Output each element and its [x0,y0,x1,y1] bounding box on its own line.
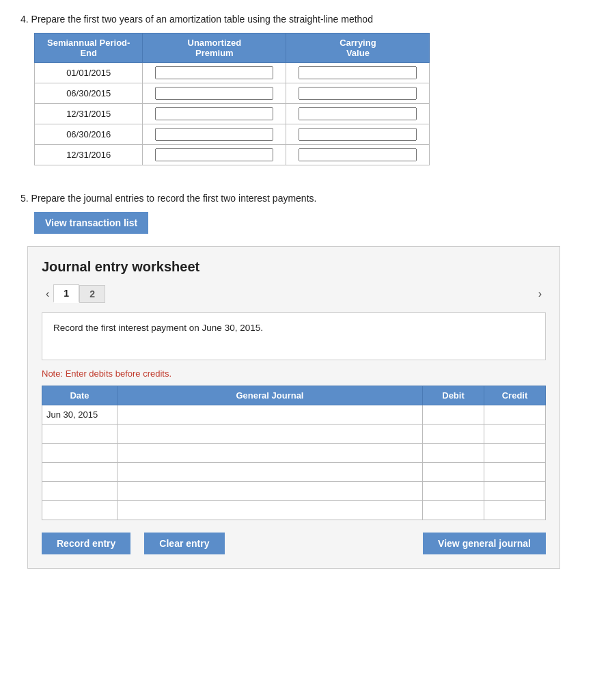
amort-table-row: 12/31/2015 [35,104,430,124]
journal-date-cell[interactable] [42,463,118,482]
tab-1[interactable]: 1 [53,284,79,303]
q5-label: 5. Prepare the journal entries to record… [20,193,588,204]
journal-gj-input[interactable] [122,445,418,461]
journal-date-cell[interactable] [42,444,118,463]
amort-unamortized-cell[interactable] [143,63,286,83]
amort-unamortized-cell[interactable] [143,83,286,104]
amort-date-cell: 06/30/2015 [35,83,143,104]
amort-date-cell: 12/31/2016 [35,145,143,165]
journal-credit-input[interactable] [488,502,541,518]
journal-debit-cell[interactable] [423,501,484,520]
journal-gj-cell[interactable] [118,482,423,501]
journal-date-cell[interactable] [42,482,118,501]
journal-gj-input[interactable] [122,426,418,442]
amortization-table: Semiannual Period-End UnamortizedPremium… [34,33,430,165]
amort-table-row: 12/31/2016 [35,145,430,165]
amort-date-cell: 06/30/2016 [35,124,143,145]
amort-unamortized-input[interactable] [155,128,273,141]
amort-carrying-cell[interactable] [286,104,430,124]
journal-date-input[interactable] [46,483,113,499]
journal-date-input[interactable] [46,445,113,461]
amort-carrying-input[interactable] [299,66,417,79]
journal-debit-cell[interactable] [423,444,484,463]
journal-debit-input[interactable] [427,502,480,518]
journal-credit-cell[interactable] [484,425,546,444]
journal-date-cell[interactable] [42,501,118,520]
amort-unamortized-cell[interactable] [143,104,286,124]
journal-table-row [42,444,546,463]
journal-table-row: Jun 30, 2015 [42,405,546,425]
amort-date-cell: 12/31/2015 [35,104,143,124]
amort-carrying-input[interactable] [299,107,417,120]
journal-credit-cell[interactable] [484,463,546,482]
amort-carrying-cell[interactable] [286,63,430,83]
journal-debit-input[interactable] [427,464,480,480]
journal-credit-cell[interactable] [484,444,546,463]
journal-gj-cell[interactable] [118,405,423,425]
instruction-box: Record the first interest payment on Jun… [42,312,546,360]
journal-worksheet: Journal entry worksheet ‹ 1 2 › Record t… [27,246,560,569]
view-general-journal-button[interactable]: View general journal [423,533,546,554]
journal-date-cell: Jun 30, 2015 [42,405,118,425]
journal-debit-cell[interactable] [423,425,484,444]
journal-credit-cell[interactable] [484,482,546,501]
journal-gj-input[interactable] [122,502,418,518]
journal-debit-cell[interactable] [423,405,484,425]
amort-carrying-cell[interactable] [286,83,430,104]
journal-gj-cell[interactable] [118,444,423,463]
journal-debit-input[interactable] [427,483,480,499]
clear-entry-button[interactable]: Clear entry [144,533,224,554]
amort-table-row: 01/01/2015 [35,63,430,83]
journal-debit-input[interactable] [427,407,480,422]
col-header-debit: Debit [423,386,484,405]
record-entry-button[interactable]: Record entry [42,533,130,554]
amort-unamortized-input[interactable] [155,87,273,100]
journal-debit-input[interactable] [427,445,480,461]
amort-unamortized-input[interactable] [155,66,273,79]
col-header-date: Date [42,386,118,405]
tab-2[interactable]: 2 [79,285,105,303]
journal-table-row [42,425,546,444]
amort-carrying-input[interactable] [299,128,417,141]
amort-unamortized-cell[interactable] [143,145,286,165]
journal-credit-input[interactable] [488,426,541,442]
journal-credit-cell[interactable] [484,405,546,425]
note-text: Note: Enter debits before credits. [42,368,546,379]
journal-credit-input[interactable] [488,445,541,461]
journal-date-cell[interactable] [42,425,118,444]
col-header-credit: Credit [484,386,546,405]
journal-credit-input[interactable] [488,464,541,480]
journal-date-input[interactable] [46,464,113,480]
amort-carrying-cell[interactable] [286,124,430,145]
journal-credit-input[interactable] [488,407,541,422]
journal-date-input[interactable] [46,502,113,518]
journal-debit-cell[interactable] [423,482,484,501]
journal-credit-input[interactable] [488,483,541,499]
journal-debit-input[interactable] [427,426,480,442]
prev-tab-button[interactable]: ‹ [42,286,53,301]
journal-gj-cell[interactable] [118,501,423,520]
journal-gj-cell[interactable] [118,463,423,482]
amort-unamortized-input[interactable] [155,107,273,120]
journal-date-input[interactable] [46,426,113,442]
worksheet-title: Journal entry worksheet [42,259,546,275]
amort-carrying-cell[interactable] [286,145,430,165]
question-4: 4. Prepare the first two years of an amo… [20,14,588,165]
amort-unamortized-input[interactable] [155,148,273,161]
amort-carrying-input[interactable] [299,87,417,100]
amort-table-row: 06/30/2016 [35,124,430,145]
journal-credit-cell[interactable] [484,501,546,520]
amort-carrying-input[interactable] [299,148,417,161]
view-transaction-button[interactable]: View transaction list [34,212,148,234]
amort-date-cell: 01/01/2015 [35,63,143,83]
next-tab-button[interactable]: › [534,286,546,301]
journal-entry-table: Date General Journal Debit Credit Jun 30… [42,386,546,520]
amort-table-row: 06/30/2015 [35,83,430,104]
journal-table-row [42,501,546,520]
journal-gj-input[interactable] [122,464,418,480]
journal-gj-cell[interactable] [118,425,423,444]
journal-gj-input[interactable] [122,483,418,499]
amort-unamortized-cell[interactable] [143,124,286,145]
journal-gj-input[interactable] [122,407,418,422]
journal-debit-cell[interactable] [423,463,484,482]
